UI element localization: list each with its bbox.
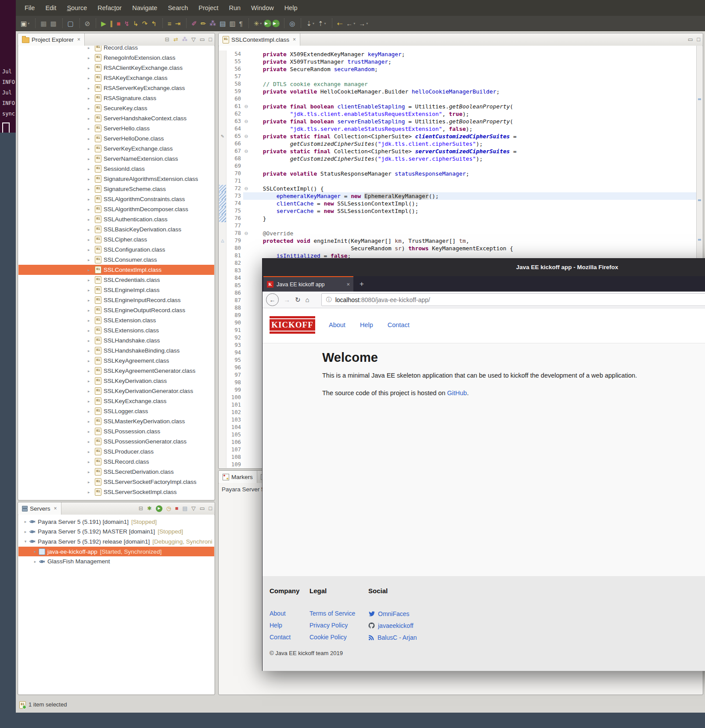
menu-source[interactable]: Source [61, 0, 92, 16]
tree-item[interactable]: ▸01SSLServerSocketImpl.class [18, 487, 214, 497]
tree-item[interactable]: ▸01SSLContextImpl.class [18, 265, 214, 275]
code-line[interactable]: 68 getCustomizedCipherSuites("jdk.tls.se… [219, 155, 702, 162]
tree-item[interactable]: ▸01SSLPossession.class [18, 426, 214, 436]
code-line[interactable]: 60 [219, 95, 702, 103]
reload-button[interactable]: ↻ [295, 296, 301, 304]
close-icon[interactable]: × [54, 505, 57, 512]
tree-item[interactable]: ▸01SSLExtensions.class [18, 325, 214, 335]
skip-breakpoints-icon[interactable]: ⊘ [83, 18, 92, 29]
tree-item[interactable]: ▸01SSLHandshakeBinding.class [18, 346, 214, 356]
new-wizard-icon[interactable]: ▣▾ [19, 18, 31, 29]
firefox-tab[interactable]: K Java EE kickoff app × [263, 276, 353, 292]
menu-file[interactable]: File [19, 0, 40, 16]
link-editor-icon[interactable]: ⇄ [173, 37, 178, 43]
code-line[interactable]: 54 private X509ExtendedKeyManager keyMan… [219, 50, 702, 58]
save-all-icon[interactable]: ▩ [49, 18, 58, 29]
tree-item[interactable]: ▸01SSLKeyAgreement.class [18, 356, 214, 366]
menu-edit[interactable]: Edit [40, 0, 61, 16]
github-link[interactable]: GitHub [447, 389, 467, 396]
tree-item[interactable]: ▸01SSLEngineInputRecord.class [18, 295, 214, 305]
maximize-icon[interactable]: □ [209, 37, 212, 43]
tree-item[interactable]: ▸01SSLLogger.class [18, 406, 214, 416]
publish-icon[interactable]: ▤ [182, 506, 187, 512]
server-row[interactable]: ▸Payara Server 5 (5.191) [domain1][Stopp… [18, 517, 214, 527]
maximize-icon[interactable]: □ [697, 37, 700, 43]
tree-item[interactable]: ▸01RSAKeyExchange.class [18, 73, 214, 83]
minimize-icon[interactable]: ▭ [200, 37, 205, 43]
tree-item[interactable]: ▸01SSLPossessionGenerator.class [18, 436, 214, 447]
tab-project-explorer[interactable]: Project Explorer × [18, 33, 85, 46]
step-return-icon[interactable]: ↰ [150, 18, 158, 29]
disconnect-icon[interactable]: ↯ [122, 18, 131, 29]
tree-item[interactable]: ▸01ServerNameExtension.class [18, 154, 214, 164]
forward-button[interactable]: → [284, 296, 290, 303]
code-line[interactable]: 57 [219, 73, 702, 80]
show-view-icon[interactable]: ▥ [228, 18, 237, 29]
tree-item[interactable]: ▸01SSLConfiguration.class [18, 245, 214, 255]
tree-item[interactable]: ▸01Record.class [18, 46, 214, 53]
tree-item[interactable]: ▸01RenegoInfoExtension.class [18, 53, 214, 63]
tree-item[interactable]: ▸01SignatureAlgorithmsExtension.class [18, 174, 214, 184]
open-perspective-icon[interactable]: ⁂ [208, 18, 217, 29]
code-line[interactable]: 74 clientCache = new SSLSessionContextIm… [219, 200, 702, 207]
tree-item[interactable]: ▸01SSLBas​icKeyDerivation.class [18, 224, 214, 234]
code-line[interactable]: 67⊖ private static final Collection<Ciph… [219, 148, 702, 155]
quick-fix-icon[interactable]: ✐ [190, 18, 198, 29]
tree-item[interactable]: ▸01SSLCipher.class [18, 234, 214, 245]
tree-item[interactable]: ▸01SSLCredentials.class [18, 275, 214, 285]
url-bar[interactable]: ⓘ localhost:8080/java-ee-kickoff-app/ [321, 293, 705, 306]
code-line[interactable]: 76 } [219, 215, 702, 222]
code-line[interactable]: 78⊖ @Override [219, 230, 702, 237]
minimize-icon[interactable]: ▭ [200, 506, 205, 512]
code-line[interactable]: ✎65⊖ private static final Collection<Cip… [219, 133, 702, 140]
tree-item[interactable]: ▸01SSLHandshake.class [18, 335, 214, 346]
save-icon[interactable]: ▦ [39, 18, 48, 29]
menu-search[interactable]: Search [162, 0, 193, 16]
code-line[interactable]: 64 "jdk.tls.server.enableStatusRequestEx… [219, 125, 702, 133]
view-menu-icon[interactable]: ⁂ [182, 37, 188, 43]
tree-item[interactable]: ▸01SSLEngineOutputRecord.class [18, 305, 214, 315]
menu-run[interactable]: Run [223, 0, 246, 16]
collapse-all-icon[interactable]: ⊟ [165, 37, 169, 43]
tree-item[interactable]: ▸01SSLAuthentication.class [18, 214, 214, 224]
site-info-icon[interactable]: ⓘ [326, 296, 332, 304]
profile-icon[interactable]: ◷ [166, 506, 171, 512]
server-row[interactable]: ▸java-ee-kickoff-app[Started, Synchroniz… [18, 547, 214, 557]
tree-item[interactable]: ▸01SSLServerSocketFactoryImpl.class [18, 477, 214, 487]
code-line[interactable]: 62 "jdk.tls.client.enableStatusRequestEx… [219, 110, 702, 118]
terminal-window[interactable]: JulINFOJulINFOsync [0, 0, 16, 133]
server-row[interactable]: ▾Payara Server 5 (5.192) release [domain… [18, 537, 214, 547]
back-icon[interactable]: ←▾ [345, 18, 356, 29]
external-tools-icon[interactable]: ✳▾ [252, 18, 263, 29]
code-line[interactable]: 66 getCustomizedCipherSuites("jdk.tls.cl… [219, 140, 702, 148]
tree-item[interactable]: ▸01SSLKeyExchange.class [18, 396, 214, 406]
tree-item[interactable]: ▸01ServerHandshakeContext.class [18, 113, 214, 123]
step-over-icon[interactable]: ↷ [141, 18, 149, 29]
tree-item[interactable]: ▸01SSLAlgorithmConstraints.class [18, 194, 214, 204]
start-icon[interactable]: ▶ [156, 505, 162, 512]
code-line[interactable]: 80 SecureRandom sr) throws KeyManagement… [219, 245, 702, 252]
coverage-icon[interactable]: ▶▾ [272, 20, 280, 27]
step-into-icon[interactable]: ↳ [132, 18, 140, 29]
firefox-titlebar[interactable]: Java EE kickoff app - Mozilla Firefox [263, 259, 705, 276]
server-row[interactable]: ▸Payara Server 5 (5.192) MASTER [domain1… [18, 527, 214, 537]
tab-servers[interactable]: Servers × [18, 502, 61, 515]
tree-item[interactable]: ▸01SignatureScheme.class [18, 184, 214, 194]
code-line[interactable]: 63⊖ private final boolean serverEnableSt… [219, 118, 702, 125]
last-edit-icon[interactable]: ⇠ [336, 18, 344, 29]
tab-editor[interactable]: 01 SSLContextImpl.class × [219, 33, 300, 46]
footer-link[interactable]: BalusC - Arjan [378, 634, 417, 641]
menu-navigate[interactable]: Navigate [127, 0, 162, 16]
server-row[interactable]: ▸GlassFish Management [18, 556, 214, 566]
forward-icon[interactable]: →▾ [357, 18, 369, 29]
tree-item[interactable]: ▸01SSLMasterKeyDerivation.class [18, 416, 214, 426]
mark-occurrences-icon[interactable]: ✏ [199, 18, 208, 29]
code-line[interactable]: 71 [219, 177, 702, 185]
menu-project[interactable]: Project [193, 0, 223, 16]
close-icon[interactable]: × [77, 36, 80, 43]
tree-item[interactable]: ▸01RSAClientKeyExchange.class [18, 63, 214, 73]
page-nav-contact[interactable]: Contact [388, 321, 410, 328]
new-tab-button[interactable]: + [360, 280, 364, 288]
kickoff-logo[interactable]: KICKOFF [270, 316, 315, 334]
tree-item[interactable]: ▸01ServerKeyExchange.class [18, 144, 214, 154]
